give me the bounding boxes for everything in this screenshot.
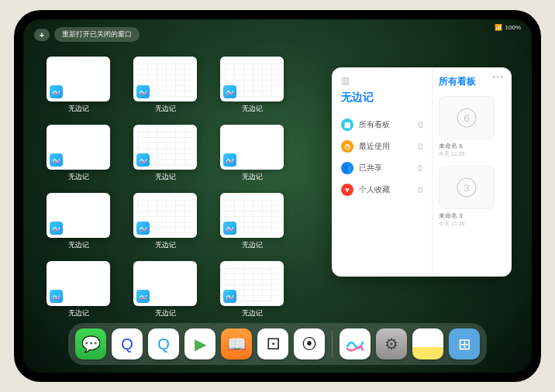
thumb-label: 无边记 <box>242 240 263 250</box>
wifi-icon: 📶 <box>495 24 502 31</box>
thumb-label: 无边记 <box>155 308 176 318</box>
screen: 📶 100% + 重新打开已关闭的窗口 无边记无边记无边记无边记无边记无边记无边… <box>23 19 532 373</box>
panel-sidebar: ▥ 无边记 ▦所有看板0◷最近使用0👥已共享0♥个人收藏0 <box>332 67 433 277</box>
category-icon: ▦ <box>341 119 353 131</box>
category-label: 所有看板 <box>359 119 412 130</box>
thumb-label: 无边记 <box>242 104 263 114</box>
dock-settings-icon[interactable]: ⚙ <box>376 328 407 359</box>
category-label: 已共享 <box>359 163 412 174</box>
thumb-preview <box>220 193 284 238</box>
category-item[interactable]: ▦所有看板0 <box>341 114 422 136</box>
dock-app-library-icon[interactable]: ⊞ <box>449 328 480 359</box>
freeform-app-icon <box>223 85 236 98</box>
svg-text:6: 6 <box>464 112 470 124</box>
sidebar-icon[interactable]: ▥ <box>341 75 350 86</box>
new-window-button[interactable]: + <box>34 29 50 41</box>
freeform-app-icon <box>50 153 63 167</box>
thumb-label: 无边记 <box>155 240 176 250</box>
freeform-app-icon <box>223 290 236 303</box>
category-icon: ♥ <box>341 184 353 196</box>
category-count: 0 <box>418 143 422 151</box>
thumb-preview <box>47 261 110 306</box>
freeform-app-icon <box>136 290 150 303</box>
board-name: 未命名 3 <box>439 211 505 220</box>
window-thumb[interactable]: 无边记 <box>133 261 197 318</box>
thumb-preview <box>220 57 284 101</box>
dock-books-icon[interactable]: 📖 <box>221 328 252 359</box>
dock-notes-icon[interactable] <box>412 328 443 359</box>
window-thumb[interactable]: 无边记 <box>220 125 284 182</box>
category-label: 最近使用 <box>359 141 412 152</box>
freeform-app-icon <box>136 222 150 235</box>
board-name: 未命名 6 <box>439 142 505 150</box>
board-preview: 3 <box>439 166 495 209</box>
board-timestamp: 今天 11:28 <box>439 220 505 228</box>
panel-title: 无边记 <box>341 91 422 105</box>
category-item[interactable]: 👥已共享0 <box>341 157 422 179</box>
dock-dice-icon[interactable]: ⚀ <box>257 328 288 359</box>
window-thumb[interactable]: 无边记 <box>47 57 110 114</box>
thumb-preview <box>133 57 197 101</box>
category-count: 0 <box>418 164 422 173</box>
category-item[interactable]: ◷最近使用0 <box>341 136 422 157</box>
window-thumb[interactable]: 无边记 <box>133 193 197 250</box>
category-count: 0 <box>418 186 422 194</box>
board-item[interactable]: 6未命名 6今天 11:29 <box>439 96 505 158</box>
board-item[interactable]: 3未命名 3今天 11:28 <box>439 166 505 228</box>
thumb-preview <box>220 261 284 306</box>
thumb-preview <box>47 57 110 101</box>
dock-freeform-icon[interactable] <box>340 328 371 359</box>
freeform-app-icon <box>50 222 63 235</box>
freeform-app-icon <box>223 222 236 235</box>
thumb-label: 无边记 <box>68 240 89 250</box>
thumb-label: 无边记 <box>242 308 263 318</box>
category-icon: ◷ <box>341 140 353 153</box>
category-label: 个人收藏 <box>359 184 412 195</box>
thumb-label: 无边记 <box>68 104 89 114</box>
dock-quark-hd-icon[interactable]: Q <box>112 328 143 359</box>
freeform-app-icon <box>50 85 63 98</box>
ipad-frame: 📶 100% + 重新打开已关闭的窗口 无边记无边记无边记无边记无边记无边记无边… <box>14 10 541 382</box>
thumb-preview <box>220 125 284 170</box>
freeform-app-icon <box>136 85 150 98</box>
window-thumb[interactable]: 无边记 <box>47 125 110 182</box>
battery-label: 100% <box>505 24 521 31</box>
window-thumb[interactable]: 无边记 <box>133 125 197 182</box>
window-thumb[interactable]: 无边记 <box>47 193 110 250</box>
more-icon[interactable]: ••• <box>492 72 504 81</box>
category-item[interactable]: ♥个人收藏0 <box>341 179 422 201</box>
thumb-label: 无边记 <box>68 172 89 182</box>
window-thumb[interactable]: 无边记 <box>133 57 197 114</box>
dock-play-icon[interactable]: ▶ <box>184 328 215 359</box>
thumb-label: 无边记 <box>155 104 176 114</box>
freeform-app-icon <box>136 153 150 167</box>
dock-wechat-icon[interactable]: 💬 <box>75 328 106 359</box>
dock: 💬QQ▶📖⚀⦿⚙⊞ <box>68 323 487 365</box>
category-count: 0 <box>418 121 422 129</box>
panel-boards: 所有看板 6未命名 6今天 11:293未命名 3今天 11:28 <box>433 67 512 277</box>
window-thumb[interactable]: 无边记 <box>220 193 284 250</box>
window-grid: 无边记无边记无边记无边记无边记无边记无边记无边记无边记无边记无边记无边记 <box>47 57 333 318</box>
freeform-app-icon <box>50 290 63 303</box>
thumb-preview <box>133 261 197 306</box>
board-preview: 6 <box>439 96 495 139</box>
svg-text:3: 3 <box>464 182 470 194</box>
thumb-preview <box>133 125 197 170</box>
window-thumb[interactable]: 无边记 <box>220 261 284 318</box>
thumb-preview <box>47 193 110 238</box>
thumb-label: 无边记 <box>242 172 263 182</box>
dock-quark-icon[interactable]: Q <box>148 328 179 359</box>
window-thumb[interactable]: 无边记 <box>220 57 284 114</box>
reopen-closed-button[interactable]: 重新打开已关闭的窗口 <box>54 27 140 42</box>
status-bar: 📶 100% <box>495 24 521 31</box>
freeform-panel: ••• ▥ 无边记 ▦所有看板0◷最近使用0👥已共享0♥个人收藏0 所有看板 6… <box>332 67 512 277</box>
freeform-app-icon <box>223 153 236 167</box>
thumb-label: 无边记 <box>155 172 176 182</box>
thumb-preview <box>133 193 197 238</box>
category-icon: 👥 <box>341 162 353 174</box>
board-timestamp: 今天 11:29 <box>439 150 505 158</box>
thumb-preview <box>47 125 110 170</box>
dock-nodes-icon[interactable]: ⦿ <box>294 328 325 359</box>
dock-separator <box>332 331 333 357</box>
window-thumb[interactable]: 无边记 <box>47 261 110 318</box>
